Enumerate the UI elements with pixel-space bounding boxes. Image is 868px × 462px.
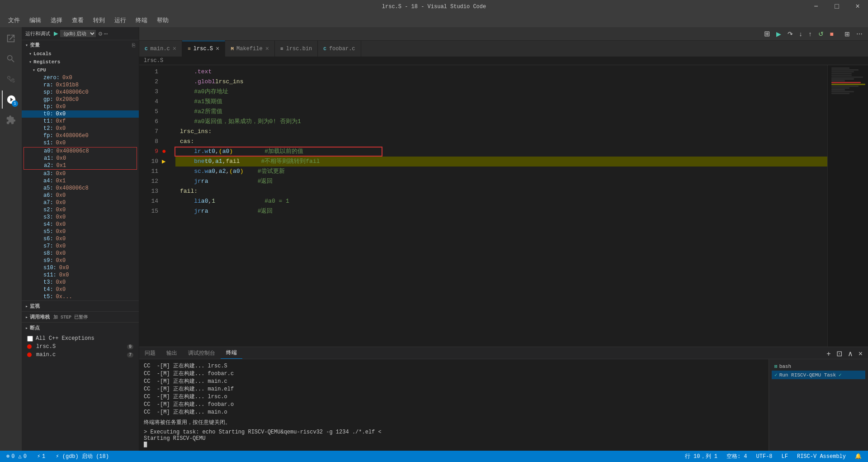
reg-s7[interactable]: s7:0x0 [22,243,139,250]
reg-s3[interactable]: s3:0x0 [22,214,139,221]
tab-foobar-c[interactable]: C foobar.c [318,41,361,57]
more-actions-button[interactable]: ⋯ [854,29,864,38]
reg-gp[interactable]: gp:0x208c0 [22,96,139,103]
reg-a2[interactable]: a2:0x1 [24,162,137,169]
reg-a3[interactable]: a3:0x0 [22,170,139,177]
breakpoints-header[interactable]: ▸ 断点 [22,322,139,333]
tab-lrsc-s-close[interactable]: × [216,45,219,52]
reg-s2[interactable]: s2:0x0 [22,206,139,214]
tab-lrsc-bin[interactable]: ≡ lrsc.bin [275,41,318,57]
reg-fp[interactable]: fp:0x408006e0 [22,132,139,139]
watch-section[interactable]: ▸ 监视 [22,300,139,311]
reg-ra[interactable]: ra:0x101b8 [22,81,139,89]
split-editor-button[interactable]: ⊞ [843,29,852,38]
cpu-header[interactable]: ▾ CPU [22,66,139,74]
tab-main-c[interactable]: C main.c × [139,41,182,57]
reg-s9[interactable]: s9:0x0 [22,257,139,264]
panel-tab-terminal[interactable]: 终端 [221,347,242,359]
panel-close-button[interactable]: × [857,349,864,359]
reg-a6[interactable]: a6:0x0 [22,192,139,199]
menu-view[interactable]: 查看 [68,15,87,25]
bp-main[interactable]: main.c 7 [27,351,133,359]
menu-help[interactable]: 帮助 [153,15,172,25]
registers-header[interactable]: ▾ Registers [22,58,139,66]
reg-s8[interactable]: s8:0x0 [22,250,139,257]
menu-select[interactable]: 选择 [47,15,66,25]
tab-makefile-close[interactable]: × [265,45,269,52]
settings-icon[interactable]: ⚙ [99,30,102,38]
reg-s1[interactable]: s1:0x0 [22,139,139,147]
activity-run-debug[interactable]: 1 [2,90,20,109]
reg-a5[interactable]: a5:0x408006c8 [22,185,139,192]
reg-s11[interactable]: s11:0x0 [22,271,139,279]
code-editor[interactable]: 1 2 3 4 5 6 7 8 9 10 11 12 13 14 15 [139,65,827,347]
reg-t1[interactable]: t1:0xf [22,118,139,125]
maximize-button[interactable]: □ [826,0,847,14]
debug-session-select[interactable]: (gdb) 启动 [60,30,96,37]
variables-header[interactable]: ▾ 变量 ⎘ [22,40,139,50]
debug-stepover-button[interactable]: ↷ [786,29,795,39]
status-language[interactable]: RISC-V Assembly [795,452,848,460]
debug-continue-button[interactable]: ▶ [774,29,783,39]
breadcrumb-file[interactable]: lrsc.S [144,57,163,64]
terminal-bash-tab[interactable]: ⊠ bash [772,362,865,371]
panel-add-button[interactable]: + [825,349,832,359]
status-debug-label[interactable]: ⚡ (gdb) 启动 (18) [54,452,111,460]
status-line-ending[interactable]: LF [780,452,790,460]
reg-t0[interactable]: t0:0x0 [22,110,139,118]
status-notifications[interactable]: 🔔 [853,452,863,460]
menu-goto[interactable]: 转到 [90,15,108,25]
status-encoding[interactable]: UTF-8 [755,452,774,460]
more-icon[interactable]: ⋯ [104,30,108,38]
debug-play-button[interactable]: ▶ [54,29,58,38]
menu-file[interactable]: 文件 [5,15,24,25]
reg-s6[interactable]: s6:0x0 [22,235,139,243]
reg-sp[interactable]: sp:0x408006c0 [22,89,139,96]
debug-stop-button[interactable]: ■ [828,29,835,39]
copy-variable-button[interactable]: ⎘ [132,42,135,48]
debug-restart-button[interactable]: ↺ [816,29,826,39]
reg-t4[interactable]: t4:0x0 [22,286,139,293]
reg-s4[interactable]: s4:0x0 [22,221,139,228]
panel-split-button[interactable]: ⊡ [835,348,844,359]
menu-terminal[interactable]: 终端 [132,15,151,25]
reg-t5-partial[interactable]: t5:0x... [22,293,139,300]
reg-s5[interactable]: s5:0x0 [22,228,139,235]
panel-tab-problems[interactable]: 问题 [139,348,161,359]
bp-lrsc[interactable]: lrsc.S 9 [27,343,133,351]
status-errors[interactable]: ⊗ 0 △ 0 [5,453,28,460]
debug-toggle-button[interactable]: ⊞ [762,29,772,39]
minimize-button[interactable]: − [806,0,826,14]
status-line-col[interactable]: 行 10，列 1 [683,452,719,460]
bp-all-exceptions-checkbox[interactable] [27,336,33,342]
menu-run[interactable]: 运行 [111,15,130,25]
reg-t3[interactable]: t3:0x0 [22,279,139,286]
reg-tp[interactable]: tp:0x0 [22,103,139,110]
callstack-section[interactable]: ▸ 调用堆栈 加 STEP 已暂停 [22,311,139,322]
reg-t2[interactable]: t2:0x0 [22,125,139,132]
close-button[interactable]: × [847,0,868,14]
panel-tab-output[interactable]: 输出 [161,348,183,359]
terminal-main[interactable]: CC -[M] 正在构建... lrsc.S CC -[M] 正在构建... f… [139,359,769,451]
debug-stepout-button[interactable]: ↑ [807,29,814,39]
tab-lrsc-s[interactable]: ≡ lrsc.S × [182,41,225,57]
tab-main-c-close[interactable]: × [173,45,176,52]
reg-a1[interactable]: a1:0x0 [24,155,137,162]
reg-a4[interactable]: a4:0x1 [22,177,139,185]
activity-search[interactable] [2,50,20,68]
menu-edit[interactable]: 编辑 [26,15,45,25]
sidebar-scroll[interactable]: ▾ 变量 ⎘ ▾ Locals ▾ Registers [22,40,139,451]
panel-tab-debug-console[interactable]: 调试控制台 [183,348,221,359]
status-debug-session[interactable]: ⚡ 1 [35,453,47,460]
status-spaces[interactable]: 空格: 4 [725,452,749,460]
reg-a7[interactable]: a7:0x0 [22,199,139,206]
panel-up-button[interactable]: ∧ [846,348,855,359]
reg-s10[interactable]: s10:0x0 [22,264,139,271]
locals-header[interactable]: ▾ Locals [22,50,139,58]
debug-stepin-button[interactable]: ↓ [797,29,804,39]
activity-extensions[interactable] [2,111,20,129]
terminal-task-tab[interactable]: ✓ Run RISCV-QEMU Task ✓ [772,371,865,379]
activity-explorer[interactable] [2,29,20,48]
tab-makefile[interactable]: M Makefile × [225,41,275,57]
bp-all-exceptions[interactable]: All C++ Exceptions [27,334,133,343]
